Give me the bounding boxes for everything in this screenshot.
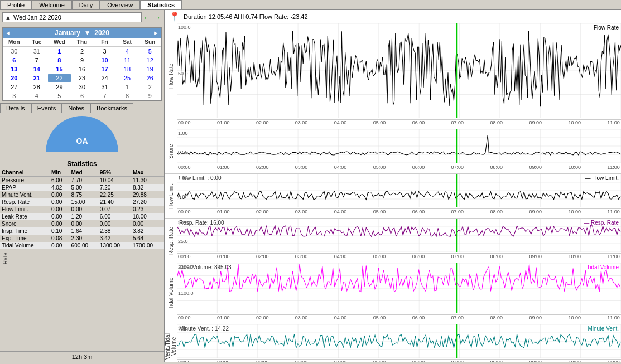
cal-day[interactable]: 3 bbox=[93, 47, 116, 56]
tab-events[interactable]: Events bbox=[31, 103, 62, 113]
time-label: 05:00 bbox=[373, 120, 386, 125]
rate-label: Rate bbox=[2, 253, 8, 264]
cal-day-header: Wed bbox=[48, 38, 71, 47]
cal-day[interactable]: 31 bbox=[93, 82, 116, 91]
chart-minute-vent[interactable]: Vent./Tidal VolumeMinute Vent. : 14.22— … bbox=[165, 324, 621, 362]
next-date-button[interactable]: → bbox=[152, 13, 162, 22]
stats-scroll-area[interactable]: OA Statistics Channel Min Med 95% Max bbox=[0, 113, 164, 351]
time-label: 10:00 bbox=[568, 209, 581, 215]
prev-date-button[interactable]: ← bbox=[142, 13, 151, 22]
cal-day[interactable]: 18 bbox=[116, 65, 139, 74]
time-label: 03:00 bbox=[295, 164, 308, 170]
calendar-header: ◄ January ▼ 2020 ► bbox=[3, 28, 161, 38]
cal-day[interactable]: 30 bbox=[3, 47, 26, 56]
stats-row: Flow Limit.0.000.000.070.23 bbox=[0, 206, 164, 213]
cal-day-header: Sun bbox=[138, 38, 161, 47]
cal-day[interactable]: 4 bbox=[116, 47, 139, 56]
cal-day[interactable]: 21 bbox=[26, 74, 49, 82]
tab-welcome[interactable]: Welcome bbox=[32, 0, 72, 9]
cal-day[interactable]: 27 bbox=[3, 82, 26, 91]
cal-day[interactable]: 1 bbox=[116, 82, 139, 91]
time-label: 11:00 bbox=[607, 315, 620, 321]
col-95pct: 95% bbox=[98, 169, 131, 177]
chart-flow-rate[interactable]: Flow Rate— Flow Rate00:0001:0002:0003:00… bbox=[165, 23, 621, 129]
cal-day[interactable]: 19 bbox=[138, 65, 161, 74]
stats-cell: 600.00 bbox=[70, 242, 98, 249]
cal-day[interactable]: 23 bbox=[71, 74, 94, 82]
cal-day[interactable]: 17 bbox=[93, 65, 116, 74]
tab-statistics[interactable]: Statistics bbox=[140, 0, 182, 9]
chart-area-minute-vent: Minute Vent. : 14.22— Minute Vent.00:000… bbox=[177, 324, 621, 362]
cal-day[interactable]: 24 bbox=[93, 74, 116, 82]
time-label: 02:00 bbox=[256, 254, 269, 259]
tab-overview[interactable]: Overview bbox=[100, 0, 140, 9]
time-label: 09:00 bbox=[529, 120, 542, 125]
cal-prev-button[interactable]: ◄ bbox=[5, 30, 11, 36]
cal-day[interactable]: 5 bbox=[48, 91, 71, 100]
time-label: 09:00 bbox=[529, 315, 542, 321]
detail-tab-bar: Details Events Notes Bookmarks bbox=[0, 103, 164, 113]
cal-day[interactable]: 15 bbox=[48, 65, 71, 74]
chart-snore[interactable]: Snore00:0001:0002:0003:0004:0005:0006:00… bbox=[165, 129, 621, 174]
chart-flow-limit[interactable]: Flow Limit.Flow Limit. : 0.00— Flow Limi… bbox=[165, 174, 621, 219]
cal-day[interactable]: 9 bbox=[138, 91, 161, 100]
time-axis-snore: 00:0001:0002:0003:0004:0005:0006:0007:00… bbox=[177, 164, 621, 170]
charts-panel[interactable]: 📍 Duration 12:05:46 AHI 0.74 Flow Rate: … bbox=[165, 10, 621, 362]
cal-day[interactable]: 30 bbox=[71, 82, 94, 91]
chart-legend-tidal-volume: — Tidal Volume bbox=[580, 264, 619, 270]
time-label: 01:00 bbox=[217, 315, 230, 321]
cal-day[interactable]: 25 bbox=[116, 74, 139, 82]
cal-day[interactable]: 8 bbox=[48, 56, 71, 65]
cal-day[interactable]: 4 bbox=[26, 91, 49, 100]
cal-day[interactable]: 20 bbox=[3, 74, 26, 82]
cal-day[interactable]: 28 bbox=[26, 82, 49, 91]
cal-day[interactable]: 8 bbox=[116, 91, 139, 100]
cal-day[interactable]: 5 bbox=[138, 47, 161, 56]
cal-day[interactable]: 3 bbox=[3, 91, 26, 100]
cal-day[interactable]: 13 bbox=[3, 65, 26, 74]
time-label: 03:00 bbox=[295, 315, 308, 321]
time-label: 05:00 bbox=[373, 209, 386, 215]
time-label: 05:00 bbox=[373, 164, 386, 170]
chart-legend-resp-rate: — Resp. Rate bbox=[584, 220, 619, 226]
cal-day[interactable]: 2 bbox=[138, 82, 161, 91]
tab-notes[interactable]: Notes bbox=[62, 103, 90, 113]
cal-day[interactable]: 2 bbox=[71, 47, 94, 56]
cal-day[interactable]: 1 bbox=[48, 47, 71, 56]
chart-tidal-volume[interactable]: Tidal VolumeTidal Volume: 895.03— Tidal … bbox=[165, 263, 621, 324]
stats-cell: Pressure bbox=[0, 177, 50, 185]
cal-day[interactable]: 22 bbox=[48, 74, 71, 82]
tab-daily[interactable]: Daily bbox=[72, 0, 100, 9]
time-label: 03:00 bbox=[295, 254, 308, 259]
cal-day[interactable]: 6 bbox=[3, 56, 26, 65]
cal-next-button[interactable]: ► bbox=[153, 30, 159, 36]
col-max: Max bbox=[131, 169, 164, 177]
cal-day[interactable]: 6 bbox=[71, 91, 94, 100]
cal-day[interactable]: 29 bbox=[48, 82, 71, 91]
time-label: 06:00 bbox=[412, 164, 425, 170]
cal-day[interactable]: 12 bbox=[138, 56, 161, 65]
cal-day[interactable]: 14 bbox=[26, 65, 49, 74]
cal-day[interactable]: 16 bbox=[71, 65, 94, 74]
stats-row: Exp. Time0.082.303.425.64 bbox=[0, 235, 164, 242]
cal-day[interactable]: 10 bbox=[93, 56, 116, 65]
chart-area-flow-rate: — Flow Rate00:0001:0002:0003:0004:0005:0… bbox=[177, 23, 621, 129]
chart-resp-rate[interactable]: Resp. RateResp. Rate: 16.00— Resp. Rate0… bbox=[165, 219, 621, 263]
tab-profile[interactable]: Profile bbox=[0, 0, 32, 9]
chart-svg-tidal-volume bbox=[177, 263, 621, 313]
time-axis-tidal-volume: 00:0001:0002:0003:0004:0005:0006:0007:00… bbox=[177, 314, 621, 321]
cal-day[interactable]: 11 bbox=[116, 56, 139, 65]
time-label: 00:00 bbox=[178, 164, 191, 170]
cal-day[interactable]: 9 bbox=[71, 56, 94, 65]
collapse-triangle[interactable]: ▲ bbox=[5, 14, 11, 21]
cal-day[interactable]: 26 bbox=[138, 74, 161, 82]
y-mid-label: 50.0 bbox=[178, 71, 188, 76]
tab-bookmarks[interactable]: Bookmarks bbox=[90, 103, 133, 113]
stats-row: Minute Vent.0.008.7522.2529.88 bbox=[0, 191, 164, 198]
cal-day[interactable]: 7 bbox=[93, 91, 116, 100]
stats-cell: 0.00 bbox=[50, 242, 70, 249]
cal-day[interactable]: 31 bbox=[26, 47, 49, 56]
cal-day[interactable]: 7 bbox=[26, 56, 49, 65]
tab-details[interactable]: Details bbox=[0, 103, 31, 113]
stats-cell: 0.00 bbox=[70, 206, 98, 213]
